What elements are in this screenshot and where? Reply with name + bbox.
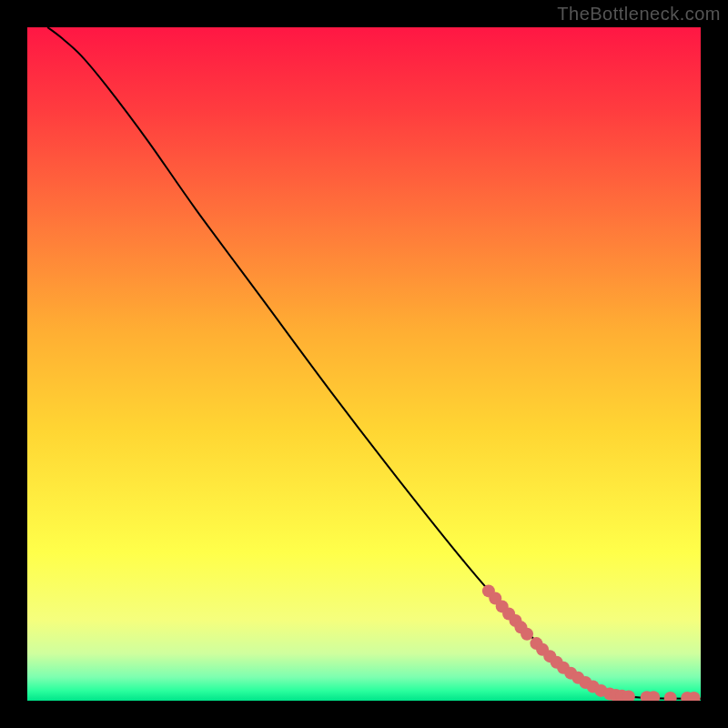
watermark-text: TheBottleneck.com: [557, 4, 721, 25]
plot-area: [27, 27, 701, 701]
data-marker: [521, 628, 533, 641]
chart-svg: [27, 27, 701, 701]
gradient-background: [27, 27, 701, 701]
chart-container: TheBottleneck.com: [0, 0, 728, 728]
